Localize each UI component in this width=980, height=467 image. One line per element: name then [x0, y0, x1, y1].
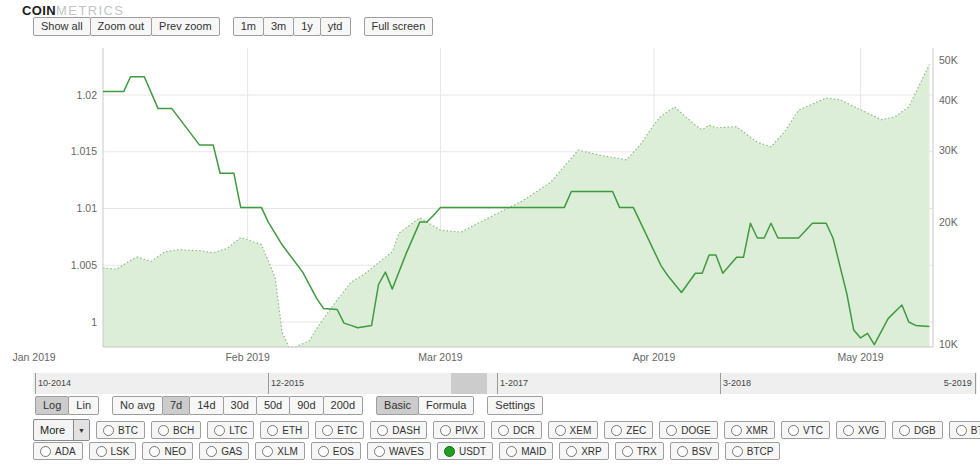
y-right-tick-label: 30K [939, 144, 958, 156]
button-formula[interactable]: Formula [418, 396, 474, 415]
coin-xem[interactable]: XEM [548, 421, 599, 439]
button-log[interactable]: Log [35, 396, 69, 415]
radio-icon [158, 425, 169, 436]
y-right-tick-label: 20K [939, 216, 958, 228]
coin-label: XEM [570, 425, 592, 436]
radio-icon [149, 446, 160, 457]
coin-xvg[interactable]: XVG [836, 421, 886, 439]
coin-lsk[interactable]: LSK [89, 442, 137, 460]
coin-label: XLM [277, 446, 298, 457]
coin-label: BTG [971, 425, 980, 436]
radio-icon [498, 425, 509, 436]
button-group: LogLin [35, 396, 99, 415]
coin-ada[interactable]: ADA [33, 442, 83, 460]
y-left-tick-label: 1 [91, 316, 97, 328]
button-7d[interactable]: 7d [162, 396, 190, 415]
button-lin[interactable]: Lin [68, 396, 99, 415]
area-series-fill [103, 65, 929, 348]
bottom-toolbar: LogLinNo avg7d14d30d50d90d200dBasicFormu… [35, 396, 556, 415]
coin-xrp[interactable]: XRP [559, 442, 609, 460]
coin-ltc[interactable]: LTC [207, 421, 254, 439]
coin-maid[interactable]: MAID [499, 442, 553, 460]
radio-icon [677, 446, 688, 457]
button-basic[interactable]: Basic [376, 396, 419, 415]
radio-icon [956, 425, 967, 436]
coin-neo[interactable]: NEO [142, 442, 193, 460]
coin-label: BSV [692, 446, 712, 457]
coin-label: DCR [513, 425, 535, 436]
coin-dgb[interactable]: DGB [892, 421, 943, 439]
y-right-tick-label: 10K [939, 338, 958, 350]
coin-etc[interactable]: ETC [315, 421, 364, 439]
radio-icon [40, 446, 51, 457]
navigator-tick-label: 10-2014 [38, 378, 71, 388]
navigator-tick-label: 1-2017 [500, 378, 528, 388]
coin-dcr[interactable]: DCR [491, 421, 542, 439]
radio-icon [555, 425, 566, 436]
radio-icon [318, 446, 329, 457]
more-coins-dropdown[interactable]: More▼ [33, 419, 90, 441]
coin-label: LTC [229, 425, 247, 436]
coin-label: VTC [803, 425, 823, 436]
coin-selector-row-1: More▼BTCBCHLTCETHETCDASHPIVXDCRXEMZECDOG… [33, 419, 980, 441]
button-200d[interactable]: 200d [323, 396, 363, 415]
price-chart[interactable]: 11.0051.011.0151.0210K20K30K40K50KJan 20… [0, 0, 980, 368]
button-90d[interactable]: 90d [289, 396, 323, 415]
coin-eos[interactable]: EOS [311, 442, 361, 460]
navigator-tick [975, 373, 976, 394]
coin-label: BTC [118, 425, 138, 436]
navigator-tick [720, 373, 721, 394]
radio-icon [374, 446, 385, 457]
coin-doge[interactable]: DOGE [659, 421, 717, 439]
radio-icon [622, 446, 633, 457]
coin-bch[interactable]: BCH [151, 421, 201, 439]
x-axis-tick-label: Jan 2019 [12, 351, 55, 363]
coin-selector-row-2: ADALSKNEOGASXLMEOSWAVESUSDTMAIDXRPTRXBSV… [33, 442, 786, 460]
coin-trx[interactable]: TRX [615, 442, 664, 460]
coin-label: ETH [282, 425, 302, 436]
date-range-navigator[interactable]: 10-201412-20151-20173-20185-2019 [33, 373, 977, 394]
coin-usdt[interactable]: USDT [437, 442, 493, 460]
radio-icon [843, 425, 854, 436]
radio-icon [731, 425, 742, 436]
radio-icon [899, 425, 910, 436]
coin-label: ADA [55, 446, 76, 457]
coin-label: NEO [164, 446, 186, 457]
button-14d[interactable]: 14d [189, 396, 223, 415]
coin-btcp[interactable]: BTCP [725, 442, 781, 460]
y-left-tick-label: 1.01 [77, 202, 98, 214]
coin-zec[interactable]: ZEC [604, 421, 653, 439]
radio-icon [377, 425, 388, 436]
coin-xmr[interactable]: XMR [724, 421, 775, 439]
coin-label: BCH [173, 425, 194, 436]
radio-icon [96, 446, 107, 457]
coin-bsv[interactable]: BSV [670, 442, 719, 460]
coin-label: GAS [221, 446, 242, 457]
coin-label: ETC [337, 425, 357, 436]
radio-icon [267, 425, 278, 436]
y-right-tick-label: 40K [939, 94, 958, 106]
coin-label: DOGE [681, 425, 710, 436]
button-30d[interactable]: 30d [223, 396, 257, 415]
coin-dash[interactable]: DASH [370, 421, 427, 439]
button-no-avg[interactable]: No avg [112, 396, 163, 415]
radio-icon [103, 425, 114, 436]
coin-waves[interactable]: WAVES [367, 442, 431, 460]
coin-label: PIVX [455, 425, 478, 436]
coin-label: MAID [521, 446, 546, 457]
coin-vtc[interactable]: VTC [781, 421, 830, 439]
coin-label: DGB [914, 425, 936, 436]
coin-gas[interactable]: GAS [199, 442, 249, 460]
coin-eth[interactable]: ETH [260, 421, 309, 439]
coin-pivx[interactable]: PIVX [433, 421, 485, 439]
coin-btg[interactable]: BTG [949, 421, 980, 439]
coin-btc[interactable]: BTC [96, 421, 145, 439]
coin-xlm[interactable]: XLM [255, 442, 305, 460]
button-group: BasicFormula [376, 396, 474, 415]
radio-icon [666, 425, 677, 436]
button-settings[interactable]: Settings [487, 396, 543, 415]
button-50d[interactable]: 50d [256, 396, 290, 415]
navigator-thumb[interactable] [451, 373, 487, 394]
x-axis-tick-label: Mar 2019 [418, 351, 463, 363]
radio-icon [566, 446, 577, 457]
